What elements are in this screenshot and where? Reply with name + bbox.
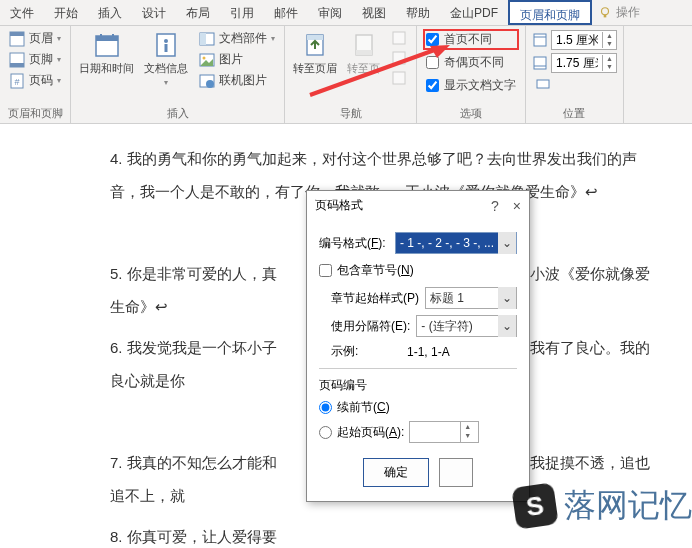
number-format-select[interactable]: - 1 -, - 2 -, - 3 -, ...⌄	[395, 232, 517, 254]
btn-insert-alignment-tab[interactable]	[532, 75, 617, 93]
radio-continue-previous-input[interactable]	[319, 401, 332, 414]
footer-from-bottom-input[interactable]	[552, 56, 602, 70]
menu-kingsoft-pdf[interactable]: 金山PDF	[440, 0, 508, 25]
include-chapter-box[interactable]	[319, 264, 332, 277]
svg-rect-25	[393, 32, 405, 44]
ribbon-group-nav: 转至页眉 转至页 导航	[285, 26, 417, 123]
spin-down[interactable]: ▼	[461, 431, 474, 440]
svg-rect-16	[200, 33, 206, 45]
btn-date-time[interactable]: 日期和时间	[77, 29, 136, 78]
svg-rect-30	[534, 57, 546, 69]
menu-design[interactable]: 设计	[132, 0, 176, 25]
ribbon-group-options: 首页不同 奇偶页不同 显示文档文字 选项	[417, 26, 526, 123]
cancel-button[interactable]	[439, 458, 473, 487]
btn-next	[388, 49, 410, 67]
radio-start-at-input[interactable]	[319, 426, 332, 439]
group-label-options: 选项	[423, 104, 519, 123]
menu-help[interactable]: 帮助	[396, 0, 440, 25]
menu-header-footer[interactable]: 页眉和页脚	[508, 0, 592, 25]
btn-goto-header[interactable]: 转至页眉	[291, 29, 339, 78]
group-label-hf: 页眉和页脚	[6, 104, 64, 123]
spin-down[interactable]: ▼	[603, 63, 616, 71]
example-label: 示例:	[331, 343, 401, 360]
svg-text:#: #	[14, 77, 19, 87]
menu-insert[interactable]: 插入	[88, 0, 132, 25]
footer-icon	[9, 52, 25, 68]
chevron-down-icon[interactable]: ⌄	[498, 315, 516, 337]
radio-continue-previous[interactable]: 续前节(C)	[319, 399, 517, 416]
picture-icon	[199, 52, 215, 68]
tell-me[interactable]: 操作	[592, 0, 646, 25]
alignment-tab-icon	[535, 76, 551, 92]
btn-page-number[interactable]: #页码▾	[6, 71, 64, 90]
menu-references[interactable]: 引用	[220, 0, 264, 25]
watermark: S 落网记忆	[514, 484, 692, 528]
chk-first-page-different[interactable]: 首页不同	[423, 29, 519, 50]
chk-odd-even-different[interactable]: 奇偶页不同	[423, 52, 519, 73]
btn-doc-info[interactable]: 文档信息▾	[142, 29, 190, 89]
ribbon-group-header-footer: 页眉▾ 页脚▾ #页码▾ 页眉和页脚	[0, 26, 71, 123]
spin-up[interactable]: ▲	[461, 422, 474, 431]
footer-from-bottom-spinner[interactable]: ▲▼	[551, 53, 617, 73]
menu-layout[interactable]: 布局	[176, 0, 220, 25]
start-at-spinner[interactable]: ▲▼	[409, 421, 479, 443]
ok-button[interactable]: 确定	[363, 458, 429, 487]
svg-rect-28	[534, 34, 546, 46]
btn-header[interactable]: 页眉▾	[6, 29, 64, 48]
btn-online-pictures[interactable]: 联机图片	[196, 71, 278, 90]
svg-rect-14	[165, 44, 168, 52]
link-icon	[391, 70, 407, 86]
svg-rect-26	[393, 52, 405, 64]
ribbon-group-insert: 日期和时间 文档信息▾ 文档部件▾ 图片 联机图片 插入	[71, 26, 285, 123]
group-label-nav: 导航	[291, 104, 410, 123]
spin-up[interactable]: ▲	[603, 32, 616, 40]
spin-down[interactable]: ▼	[603, 40, 616, 48]
svg-point-18	[203, 56, 206, 59]
dialog-title: 页码格式	[315, 197, 491, 214]
prev-icon	[391, 30, 407, 46]
menu-review[interactable]: 审阅	[308, 0, 352, 25]
btn-prev	[388, 29, 410, 47]
menu-mailings[interactable]: 邮件	[264, 0, 308, 25]
tell-me-label: 操作	[616, 4, 640, 21]
svg-rect-9	[96, 36, 118, 41]
separator-select[interactable]: - (连字符)⌄	[416, 315, 517, 337]
start-at-input[interactable]	[410, 422, 460, 442]
header-icon	[9, 31, 25, 47]
svg-rect-3	[10, 32, 24, 36]
btn-pictures[interactable]: 图片	[196, 50, 278, 69]
svg-point-13	[164, 39, 168, 43]
svg-rect-24	[356, 50, 372, 55]
chapter-start-select[interactable]: 标题 1⌄	[425, 287, 517, 309]
menu-home[interactable]: 开始	[44, 0, 88, 25]
btn-footer[interactable]: 页脚▾	[6, 50, 64, 69]
header-from-top-input[interactable]	[552, 33, 602, 47]
header-from-top-spinner[interactable]: ▲▼	[551, 30, 617, 50]
online-picture-icon	[199, 73, 215, 89]
svg-point-0	[602, 7, 609, 14]
page-number-icon: #	[9, 73, 25, 89]
chevron-down-icon[interactable]: ⌄	[498, 232, 516, 254]
svg-rect-32	[537, 80, 549, 88]
radio-start-at[interactable]: 起始页码(A):	[319, 424, 404, 441]
menu-file[interactable]: 文件	[0, 0, 44, 25]
dialog-titlebar[interactable]: 页码格式 ? ×	[307, 191, 529, 220]
chk-show-doc-text-box[interactable]	[426, 79, 439, 92]
chk-first-page-different-box[interactable]	[426, 33, 439, 46]
example-value: 1-1, 1-A	[407, 345, 450, 359]
chk-show-doc-text[interactable]: 显示文档文字	[423, 75, 519, 96]
btn-doc-parts[interactable]: 文档部件▾	[196, 29, 278, 48]
chevron-down-icon[interactable]: ⌄	[498, 287, 516, 309]
dialog-help-button[interactable]: ?	[491, 198, 499, 214]
include-chapter-checkbox[interactable]: 包含章节号(N)	[319, 262, 517, 279]
ribbon-group-position: ▲▼ ▲▼ 位置	[526, 26, 624, 123]
dialog-close-button[interactable]: ×	[513, 198, 521, 214]
spin-up[interactable]: ▲	[603, 55, 616, 63]
menu-view[interactable]: 视图	[352, 0, 396, 25]
chk-odd-even-different-box[interactable]	[426, 56, 439, 69]
btn-goto-footer[interactable]: 转至页	[345, 29, 382, 78]
group-label-insert: 插入	[77, 104, 278, 123]
watermark-text: 落网记忆	[564, 484, 692, 528]
doc-parts-icon	[199, 31, 215, 47]
calendar-icon	[93, 31, 121, 59]
